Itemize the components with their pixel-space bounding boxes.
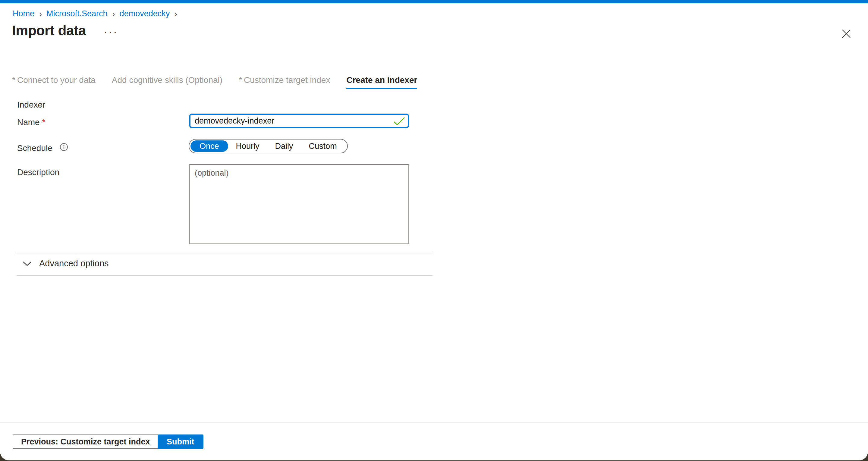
import-data-panel: Home › Microsoft.Search › demovedecky › … (0, 0, 868, 460)
breadcrumb-link-microsoft-search[interactable]: Microsoft.Search (46, 9, 107, 19)
tab-create-an-indexer[interactable]: Create an indexer (346, 75, 417, 89)
page-title: Import data (12, 22, 86, 38)
description-textarea[interactable] (189, 164, 409, 244)
name-label-text: Name (17, 118, 40, 127)
breadcrumb-link-home[interactable]: Home (13, 9, 34, 19)
breadcrumb-separator-icon: › (112, 10, 115, 18)
schedule-label: Schedule (17, 143, 68, 153)
close-icon[interactable] (838, 25, 855, 42)
validation-check-icon (393, 117, 406, 127)
description-label: Description (17, 167, 59, 177)
breadcrumb-link-demovedecky[interactable]: demovedecky (120, 9, 170, 19)
schedule-label-text: Schedule (17, 144, 53, 153)
advanced-options-toggle[interactable]: Advanced options (22, 258, 109, 269)
info-icon[interactable] (60, 143, 68, 153)
schedule-option-hourly[interactable]: Hourly (228, 141, 267, 152)
advanced-options-label: Advanced options (39, 258, 109, 269)
tab-label: Add cognitive skills (Optional) (112, 75, 222, 85)
schedule-option-daily[interactable]: Daily (267, 141, 301, 152)
name-input[interactable] (189, 114, 409, 128)
tab-add-cognitive-skills[interactable]: Add cognitive skills (Optional) (112, 75, 222, 89)
required-marker: * (239, 75, 242, 85)
section-title-indexer: Indexer (17, 100, 45, 110)
tab-label: Connect to your data (17, 75, 96, 85)
breadcrumb-separator-icon: › (39, 10, 42, 18)
required-marker: * (12, 75, 16, 85)
chevron-down-icon (22, 261, 32, 266)
tab-label: Customize target index (244, 75, 330, 85)
tab-bar: *Connect to your data Add cognitive skil… (12, 75, 417, 89)
divider (17, 275, 433, 276)
name-label: Name * (17, 118, 45, 127)
close-x-glyph (841, 29, 851, 39)
footer-divider (0, 422, 868, 423)
more-options-button[interactable]: ··· (104, 27, 118, 37)
breadcrumb-separator-icon: › (174, 10, 177, 18)
schedule-option-once[interactable]: Once (190, 141, 228, 152)
required-asterisk: * (42, 118, 45, 127)
breadcrumb: Home › Microsoft.Search › demovedecky › (13, 9, 182, 19)
submit-button[interactable]: Submit (158, 434, 204, 449)
divider (17, 253, 433, 253)
tab-customize-target-index[interactable]: *Customize target index (239, 75, 330, 89)
tab-connect-to-your-data[interactable]: *Connect to your data (12, 75, 96, 89)
tab-label: Create an indexer (346, 75, 417, 85)
previous-button[interactable]: Previous: Customize target index (13, 434, 158, 449)
accent-top-bar (0, 0, 868, 3)
schedule-toggle-group: Once Hourly Daily Custom (189, 139, 348, 153)
schedule-option-custom[interactable]: Custom (301, 141, 345, 152)
